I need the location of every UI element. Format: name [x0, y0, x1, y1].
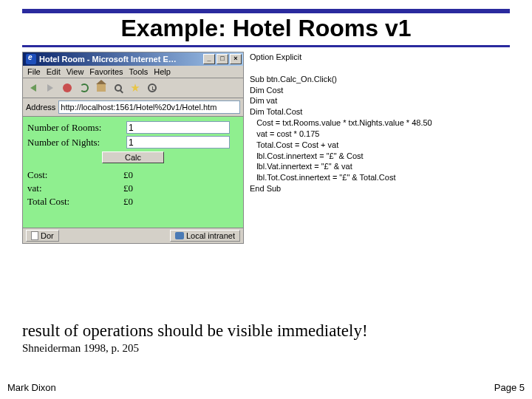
slide-title: Example: Hotel Rooms v1 [0, 15, 532, 42]
bottom-text: result of operations should be visible i… [22, 321, 368, 355]
cost-label: Cost: [27, 169, 123, 181]
address-input[interactable] [58, 100, 240, 114]
star-icon [131, 83, 140, 92]
forward-button[interactable] [43, 81, 58, 95]
arrow-left-icon [30, 84, 36, 92]
total-label: Total Cost: [27, 196, 123, 208]
refresh-button[interactable] [77, 81, 92, 95]
slide-content: Hotel Room - Microsoft Internet E… _ □ ×… [0, 52, 532, 244]
search-button[interactable] [111, 81, 126, 95]
menu-edit[interactable]: Edit [47, 67, 61, 76]
cost-value: £0 [123, 169, 133, 181]
nights-row: Number of Nights: [27, 136, 239, 149]
document-icon [31, 231, 38, 240]
nights-label: Number of Nights: [27, 137, 123, 149]
rooms-input[interactable] [126, 121, 230, 134]
total-value: £0 [123, 196, 133, 208]
vat-value: £0 [123, 183, 133, 194]
history-button[interactable] [145, 81, 160, 95]
browser-menubar: File Edit View Favorites Tools Help [23, 66, 243, 78]
menu-help[interactable]: Help [154, 67, 171, 76]
slide-footer: Mark Dixon Page 5 [7, 382, 525, 393]
nights-input[interactable] [126, 136, 230, 149]
browser-page: Number of Rooms: Number of Nights: Calc … [23, 117, 243, 228]
favorites-button[interactable] [128, 81, 143, 95]
result-statement: result of operations should be visible i… [22, 321, 368, 341]
browser-window: Hotel Room - Microsoft Internet E… _ □ ×… [22, 52, 244, 244]
menu-file[interactable]: File [27, 67, 41, 76]
arrow-right-icon [47, 84, 53, 92]
search-icon [115, 84, 122, 92]
intranet-icon [175, 232, 184, 239]
citation: Shneiderman 1998, p. 205 [22, 342, 368, 355]
browser-toolbar [23, 78, 243, 98]
stop-icon [63, 83, 72, 92]
maximize-button[interactable]: □ [216, 54, 228, 64]
menu-view[interactable]: View [66, 67, 84, 76]
back-button[interactable] [26, 81, 41, 95]
ie-icon [26, 54, 36, 64]
code-block: Option Explicit Sub btn.Calc_On.Click() … [250, 52, 432, 244]
home-button[interactable] [94, 81, 109, 95]
browser-statusbar: Dor Local intranet [23, 228, 243, 243]
footer-author: Mark Dixon [7, 382, 56, 393]
minimize-button[interactable]: _ [203, 54, 215, 64]
rooms-label: Number of Rooms: [27, 122, 123, 134]
stop-button[interactable] [60, 81, 75, 95]
total-row: Total Cost: £0 [27, 196, 239, 208]
home-icon [97, 84, 106, 92]
footer-page: Page 5 [494, 382, 525, 393]
status-right: Local intranet [170, 230, 240, 242]
status-left: Dor [26, 230, 59, 242]
menu-favorites[interactable]: Favorites [89, 67, 123, 76]
rooms-row: Number of Rooms: [27, 121, 239, 134]
window-title: Hotel Room - Microsoft Internet E… [39, 55, 177, 64]
calc-button[interactable]: Calc [102, 151, 164, 163]
slide-top-rule [22, 9, 510, 13]
address-label: Address [26, 103, 55, 112]
vat-label: vat: [27, 183, 123, 194]
browser-titlebar: Hotel Room - Microsoft Internet E… _ □ × [23, 52, 243, 66]
address-bar: Address [23, 98, 243, 117]
close-button[interactable]: × [230, 54, 242, 64]
cost-row: Cost: £0 [27, 169, 239, 181]
menu-tools[interactable]: Tools [129, 67, 149, 76]
history-icon [148, 83, 157, 92]
slide-title-underline [22, 45, 510, 47]
vat-row: vat: £0 [27, 183, 239, 194]
refresh-icon [80, 83, 89, 92]
